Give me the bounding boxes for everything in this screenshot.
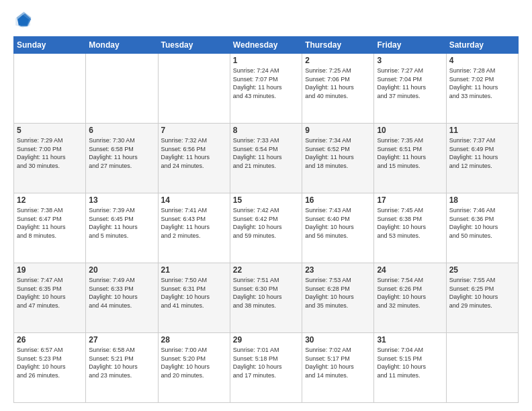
table-row: 20Sunrise: 7:49 AM Sunset: 6:33 PM Dayli… bbox=[86, 263, 158, 333]
table-row: 2Sunrise: 7:25 AM Sunset: 7:06 PM Daylig… bbox=[302, 54, 374, 124]
day-info: Sunrise: 7:49 AM Sunset: 6:33 PM Dayligh… bbox=[89, 276, 154, 310]
col-thursday: Thursday bbox=[302, 37, 374, 54]
day-number: 31 bbox=[377, 335, 443, 345]
day-info: Sunrise: 7:29 AM Sunset: 7:00 PM Dayligh… bbox=[17, 136, 83, 170]
day-info: Sunrise: 7:35 AM Sunset: 6:51 PM Dayligh… bbox=[377, 136, 443, 170]
calendar-body: 1Sunrise: 7:24 AM Sunset: 7:07 PM Daylig… bbox=[14, 54, 519, 403]
table-row: 18Sunrise: 7:46 AM Sunset: 6:36 PM Dayli… bbox=[446, 193, 518, 263]
day-info: Sunrise: 7:51 AM Sunset: 6:30 PM Dayligh… bbox=[233, 276, 299, 310]
col-sunday: Sunday bbox=[14, 37, 86, 54]
table-row: 11Sunrise: 7:37 AM Sunset: 6:49 PM Dayli… bbox=[446, 124, 518, 193]
day-info: Sunrise: 7:27 AM Sunset: 7:04 PM Dayligh… bbox=[377, 66, 443, 100]
day-number: 24 bbox=[377, 265, 443, 275]
day-info: Sunrise: 7:53 AM Sunset: 6:28 PM Dayligh… bbox=[305, 276, 371, 310]
table-row bbox=[158, 54, 230, 124]
calendar-week-5: 26Sunrise: 6:57 AM Sunset: 5:23 PM Dayli… bbox=[14, 333, 519, 403]
table-row: 29Sunrise: 7:01 AM Sunset: 5:18 PM Dayli… bbox=[230, 333, 302, 403]
table-row: 16Sunrise: 7:43 AM Sunset: 6:40 PM Dayli… bbox=[302, 193, 374, 263]
day-number: 18 bbox=[449, 195, 515, 205]
day-number: 23 bbox=[305, 265, 371, 275]
day-number: 13 bbox=[89, 195, 154, 205]
day-info: Sunrise: 7:02 AM Sunset: 5:17 PM Dayligh… bbox=[305, 346, 371, 379]
day-info: Sunrise: 7:37 AM Sunset: 6:49 PM Dayligh… bbox=[449, 136, 515, 170]
table-row bbox=[14, 54, 86, 124]
day-number: 16 bbox=[305, 195, 371, 205]
table-row: 9Sunrise: 7:34 AM Sunset: 6:52 PM Daylig… bbox=[302, 124, 374, 193]
day-number: 25 bbox=[449, 265, 515, 275]
day-info: Sunrise: 7:00 AM Sunset: 5:20 PM Dayligh… bbox=[161, 346, 227, 379]
day-number: 15 bbox=[233, 195, 299, 205]
day-info: Sunrise: 7:33 AM Sunset: 6:54 PM Dayligh… bbox=[233, 136, 299, 170]
calendar-week-3: 12Sunrise: 7:38 AM Sunset: 6:47 PM Dayli… bbox=[14, 193, 519, 263]
day-info: Sunrise: 7:24 AM Sunset: 7:07 PM Dayligh… bbox=[233, 66, 299, 100]
col-monday: Monday bbox=[86, 37, 158, 54]
day-number: 3 bbox=[377, 56, 443, 65]
day-info: Sunrise: 7:43 AM Sunset: 6:40 PM Dayligh… bbox=[305, 206, 371, 240]
day-number: 7 bbox=[161, 126, 227, 135]
day-number: 28 bbox=[161, 335, 227, 345]
day-info: Sunrise: 7:46 AM Sunset: 6:36 PM Dayligh… bbox=[449, 206, 515, 240]
day-info: Sunrise: 7:34 AM Sunset: 6:52 PM Dayligh… bbox=[305, 136, 371, 170]
table-row bbox=[86, 54, 158, 124]
header-row: Sunday Monday Tuesday Wednesday Thursday… bbox=[14, 37, 519, 54]
day-number: 12 bbox=[17, 195, 83, 205]
day-number: 2 bbox=[305, 56, 371, 65]
day-info: Sunrise: 7:47 AM Sunset: 6:35 PM Dayligh… bbox=[17, 276, 83, 310]
day-info: Sunrise: 6:58 AM Sunset: 5:21 PM Dayligh… bbox=[89, 346, 154, 379]
table-row: 5Sunrise: 7:29 AM Sunset: 7:00 PM Daylig… bbox=[14, 124, 86, 193]
table-row: 31Sunrise: 7:04 AM Sunset: 5:15 PM Dayli… bbox=[374, 333, 446, 403]
day-number: 20 bbox=[89, 265, 154, 275]
day-number: 27 bbox=[89, 335, 154, 345]
table-row: 22Sunrise: 7:51 AM Sunset: 6:30 PM Dayli… bbox=[230, 263, 302, 333]
day-number: 19 bbox=[17, 265, 83, 275]
day-info: Sunrise: 7:30 AM Sunset: 6:58 PM Dayligh… bbox=[89, 136, 154, 170]
day-info: Sunrise: 6:57 AM Sunset: 5:23 PM Dayligh… bbox=[17, 346, 83, 379]
day-info: Sunrise: 7:41 AM Sunset: 6:43 PM Dayligh… bbox=[161, 206, 227, 240]
calendar-week-2: 5Sunrise: 7:29 AM Sunset: 7:00 PM Daylig… bbox=[14, 124, 519, 193]
day-number: 22 bbox=[233, 265, 299, 275]
day-info: Sunrise: 7:32 AM Sunset: 6:56 PM Dayligh… bbox=[161, 136, 227, 170]
header bbox=[13, 11, 519, 30]
table-row: 13Sunrise: 7:39 AM Sunset: 6:45 PM Dayli… bbox=[86, 193, 158, 263]
day-info: Sunrise: 7:28 AM Sunset: 7:02 PM Dayligh… bbox=[449, 66, 515, 100]
table-row: 14Sunrise: 7:41 AM Sunset: 6:43 PM Dayli… bbox=[158, 193, 230, 263]
table-row: 23Sunrise: 7:53 AM Sunset: 6:28 PM Dayli… bbox=[302, 263, 374, 333]
table-row: 4Sunrise: 7:28 AM Sunset: 7:02 PM Daylig… bbox=[446, 54, 518, 124]
calendar-week-4: 19Sunrise: 7:47 AM Sunset: 6:35 PM Dayli… bbox=[14, 263, 519, 333]
day-number: 21 bbox=[161, 265, 227, 275]
table-row: 26Sunrise: 6:57 AM Sunset: 5:23 PM Dayli… bbox=[14, 333, 86, 403]
table-row: 1Sunrise: 7:24 AM Sunset: 7:07 PM Daylig… bbox=[230, 54, 302, 124]
day-number: 8 bbox=[233, 126, 299, 135]
table-row: 28Sunrise: 7:00 AM Sunset: 5:20 PM Dayli… bbox=[158, 333, 230, 403]
table-row: 24Sunrise: 7:54 AM Sunset: 6:26 PM Dayli… bbox=[374, 263, 446, 333]
day-number: 9 bbox=[305, 126, 371, 135]
day-info: Sunrise: 7:50 AM Sunset: 6:31 PM Dayligh… bbox=[161, 276, 227, 310]
day-number: 5 bbox=[17, 126, 83, 135]
table-row: 30Sunrise: 7:02 AM Sunset: 5:17 PM Dayli… bbox=[302, 333, 374, 403]
calendar-header: Sunday Monday Tuesday Wednesday Thursday… bbox=[14, 37, 519, 54]
day-number: 11 bbox=[449, 126, 515, 135]
day-number: 26 bbox=[17, 335, 83, 345]
day-number: 4 bbox=[449, 56, 515, 65]
day-info: Sunrise: 7:38 AM Sunset: 6:47 PM Dayligh… bbox=[17, 206, 83, 240]
table-row: 15Sunrise: 7:42 AM Sunset: 6:42 PM Dayli… bbox=[230, 193, 302, 263]
table-row: 21Sunrise: 7:50 AM Sunset: 6:31 PM Dayli… bbox=[158, 263, 230, 333]
logo-icon bbox=[13, 11, 32, 30]
table-row: 19Sunrise: 7:47 AM Sunset: 6:35 PM Dayli… bbox=[14, 263, 86, 333]
table-row: 6Sunrise: 7:30 AM Sunset: 6:58 PM Daylig… bbox=[86, 124, 158, 193]
day-number: 6 bbox=[89, 126, 154, 135]
day-info: Sunrise: 7:01 AM Sunset: 5:18 PM Dayligh… bbox=[233, 346, 299, 379]
day-info: Sunrise: 7:39 AM Sunset: 6:45 PM Dayligh… bbox=[89, 206, 154, 240]
day-info: Sunrise: 7:42 AM Sunset: 6:42 PM Dayligh… bbox=[233, 206, 299, 240]
day-number: 29 bbox=[233, 335, 299, 345]
table-row: 10Sunrise: 7:35 AM Sunset: 6:51 PM Dayli… bbox=[374, 124, 446, 193]
day-info: Sunrise: 7:45 AM Sunset: 6:38 PM Dayligh… bbox=[377, 206, 443, 240]
table-row: 25Sunrise: 7:55 AM Sunset: 6:25 PM Dayli… bbox=[446, 263, 518, 333]
table-row: 17Sunrise: 7:45 AM Sunset: 6:38 PM Dayli… bbox=[374, 193, 446, 263]
table-row bbox=[446, 333, 518, 403]
day-info: Sunrise: 7:55 AM Sunset: 6:25 PM Dayligh… bbox=[449, 276, 515, 310]
calendar-table: Sunday Monday Tuesday Wednesday Thursday… bbox=[13, 36, 519, 403]
table-row: 3Sunrise: 7:27 AM Sunset: 7:04 PM Daylig… bbox=[374, 54, 446, 124]
table-row: 27Sunrise: 6:58 AM Sunset: 5:21 PM Dayli… bbox=[86, 333, 158, 403]
calendar-week-1: 1Sunrise: 7:24 AM Sunset: 7:07 PM Daylig… bbox=[14, 54, 519, 124]
